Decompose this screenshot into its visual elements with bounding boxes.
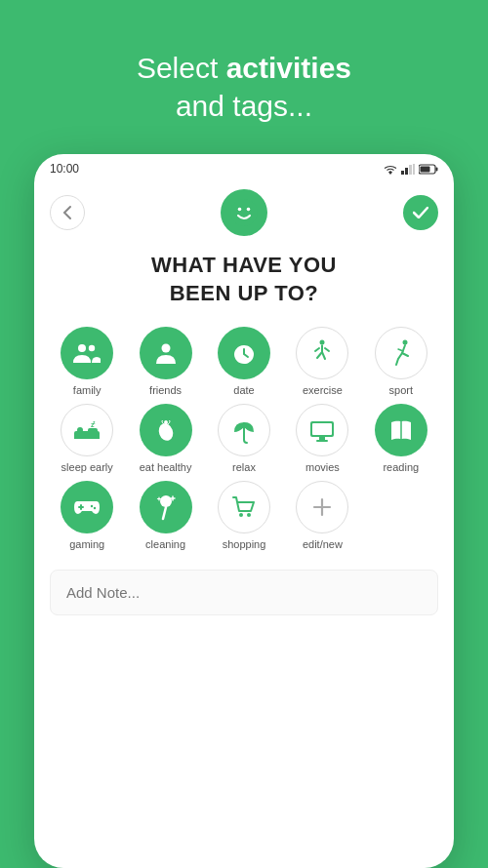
reading-icon-circle xyxy=(375,404,427,456)
movies-svg xyxy=(308,418,336,442)
activity-sleep-early[interactable]: z z sleep early xyxy=(50,404,124,473)
svg-marker-0 xyxy=(388,171,392,175)
svg-rect-4 xyxy=(413,164,415,175)
svg-point-41 xyxy=(247,513,251,517)
svg-point-16 xyxy=(402,340,407,345)
reading-svg xyxy=(389,416,413,444)
date-svg xyxy=(231,341,257,365)
sport-icon-circle xyxy=(375,327,427,379)
family-label: family xyxy=(73,384,102,396)
exercise-svg xyxy=(309,339,335,367)
svg-rect-18 xyxy=(74,435,100,439)
status-icons xyxy=(384,164,438,175)
activity-friends[interactable]: friends xyxy=(128,327,202,396)
activity-family[interactable]: family xyxy=(50,327,124,396)
activity-sport[interactable]: sport xyxy=(364,327,438,396)
question-text: WHAT HAVE YOUBEEN UP TO? xyxy=(50,252,438,307)
svg-rect-27 xyxy=(319,437,325,440)
gaming-label: gaming xyxy=(69,538,104,550)
svg-point-32 xyxy=(91,505,93,507)
cleaning-svg xyxy=(153,493,179,521)
status-time: 10:00 xyxy=(50,162,79,176)
sleep-early-label: sleep early xyxy=(61,461,113,473)
activity-relax[interactable]: relax xyxy=(207,404,281,473)
activity-gaming[interactable]: gaming xyxy=(50,481,124,550)
svg-line-35 xyxy=(163,507,166,519)
check-icon xyxy=(413,207,428,218)
note-input[interactable] xyxy=(50,570,438,615)
svg-rect-1 xyxy=(401,171,404,175)
plus-svg xyxy=(311,496,333,518)
shopping-label: shopping xyxy=(223,538,266,550)
svg-point-9 xyxy=(238,208,242,212)
svg-point-34 xyxy=(160,495,172,507)
svg-point-33 xyxy=(94,507,96,509)
movies-icon-circle xyxy=(296,404,348,456)
svg-rect-3 xyxy=(409,165,412,175)
relax-label: relax xyxy=(232,461,256,473)
relax-icon-circle xyxy=(218,404,270,456)
phone-container: 10:00 xyxy=(34,154,454,868)
exercise-icon-circle xyxy=(296,327,348,379)
sport-label: sport xyxy=(389,384,413,396)
activity-movies[interactable]: movies xyxy=(285,404,359,473)
eat-healthy-label: eat healthy xyxy=(140,461,192,473)
back-button[interactable] xyxy=(50,195,85,230)
header-text-tags: and tags... xyxy=(176,90,312,122)
reading-label: reading xyxy=(383,461,419,473)
svg-text:z: z xyxy=(93,419,96,425)
svg-rect-2 xyxy=(405,168,408,175)
svg-point-11 xyxy=(78,344,86,352)
movies-label: movies xyxy=(305,461,340,473)
battery-icon xyxy=(419,164,438,175)
edit-icon-circle xyxy=(296,481,348,533)
activity-edit-new[interactable]: edit/new xyxy=(285,481,359,550)
exercise-label: exercise xyxy=(303,384,343,396)
header-section: Select activities and tags... xyxy=(0,0,488,154)
svg-point-13 xyxy=(161,344,170,353)
activity-exercise[interactable]: exercise xyxy=(285,327,359,396)
activity-eat-healthy[interactable]: eat healthy xyxy=(128,404,202,473)
back-chevron-icon xyxy=(62,205,72,220)
activity-shopping[interactable]: shopping xyxy=(207,481,281,550)
signal-icon xyxy=(401,164,415,175)
eat-icon-circle xyxy=(140,404,192,456)
activity-cleaning[interactable]: cleaning xyxy=(128,481,202,550)
phone-content: WHAT HAVE YOUBEEN UP TO? family xyxy=(34,179,454,868)
activity-reading[interactable]: reading xyxy=(364,404,438,473)
svg-rect-28 xyxy=(316,440,328,442)
header-text-select: Select xyxy=(137,52,226,84)
friends-icon-circle xyxy=(140,327,192,379)
cleaning-icon-circle xyxy=(140,481,192,533)
svg-rect-26 xyxy=(312,423,332,435)
confirm-button[interactable] xyxy=(403,195,438,230)
eat-svg xyxy=(153,416,179,444)
sport-svg xyxy=(388,339,414,367)
shopping-icon-circle xyxy=(218,481,270,533)
activity-date[interactable]: date xyxy=(207,327,281,396)
shopping-svg xyxy=(231,494,257,520)
cleaning-label: cleaning xyxy=(145,538,185,550)
nav-bar xyxy=(50,189,438,236)
smiley-icon xyxy=(229,198,259,227)
svg-point-40 xyxy=(239,513,243,517)
svg-point-10 xyxy=(247,208,251,212)
family-icon-circle xyxy=(61,327,113,379)
svg-point-8 xyxy=(230,199,258,226)
header-bold: activities xyxy=(226,52,351,84)
svg-point-14 xyxy=(320,340,325,345)
svg-point-12 xyxy=(89,345,95,351)
edit-new-label: edit/new xyxy=(303,538,343,550)
gaming-icon-circle xyxy=(61,481,113,533)
svg-rect-7 xyxy=(421,166,430,172)
gaming-svg xyxy=(73,496,101,518)
mood-emoji xyxy=(221,189,267,236)
svg-rect-19 xyxy=(88,428,98,435)
svg-point-20 xyxy=(77,427,83,433)
relax-svg xyxy=(230,416,258,444)
wifi-icon xyxy=(384,164,397,175)
header-title: Select activities and tags... xyxy=(29,49,459,125)
date-icon-circle xyxy=(218,327,270,379)
date-label: date xyxy=(233,384,254,396)
sleep-icon-circle: z z xyxy=(61,404,113,456)
